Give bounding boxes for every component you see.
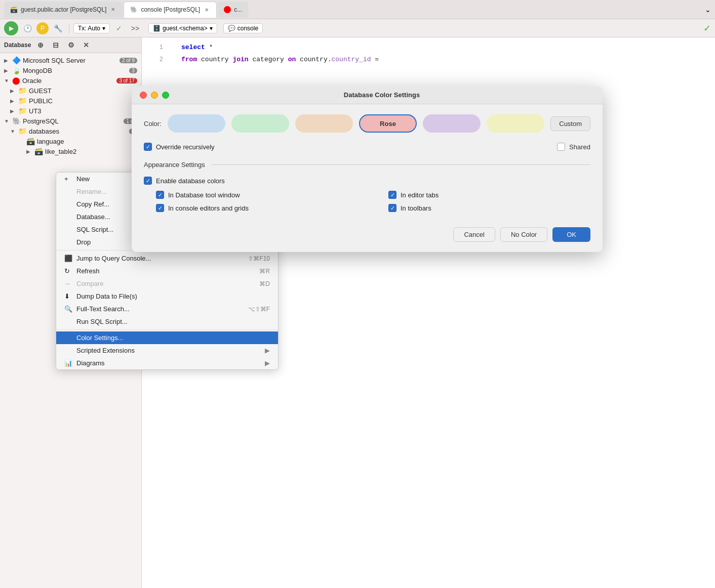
tab-actor[interactable]: 🗃️ guest.public.actor [PostgreSQL] ✕ bbox=[4, 2, 123, 18]
db-tool-label[interactable]: ✓ In Database tool window bbox=[156, 191, 358, 199]
editor-tabs-label[interactable]: ✓ In editor tabs bbox=[388, 191, 590, 199]
run-button[interactable]: ▶ bbox=[4, 21, 18, 35]
oracle-badge: 3 of 17 bbox=[116, 78, 137, 83]
chevron-icon[interactable]: ⌄ bbox=[705, 6, 711, 14]
checkmark-button[interactable]: ✓ bbox=[112, 21, 126, 35]
color-swatch-orange[interactable] bbox=[295, 114, 353, 133]
tab-console[interactable]: 🐘 console [PostgreSQL] ✕ bbox=[124, 2, 217, 18]
menu-item-diagrams[interactable]: 📊 Diagrams ▶ bbox=[56, 357, 278, 369]
console-editors-label[interactable]: ✓ In console editors and grids bbox=[156, 204, 358, 212]
schema-icon: 🗄️ bbox=[153, 25, 161, 32]
refresh-shortcut: ⌘R bbox=[259, 268, 270, 275]
custom-button[interactable]: Custom bbox=[550, 116, 590, 131]
schema-selector[interactable]: 🗄️ guest.<schema> ▾ bbox=[148, 23, 217, 33]
sidebar-add-btn[interactable]: ⊕ bbox=[35, 39, 46, 51]
enable-colors-text: Enable database colors bbox=[156, 177, 225, 185]
diagrams-icon: 📊 bbox=[64, 359, 72, 367]
databases-label: databases bbox=[29, 128, 127, 135]
dialog-body: Color: Rose Custom ✓ Override recursivel… bbox=[132, 104, 603, 252]
sidebar-item-databases[interactable]: ▼ 📁 databases 1 bbox=[0, 126, 141, 136]
sidebar-item-public[interactable]: ▶ 📁 PUBLIC bbox=[0, 96, 141, 106]
mongodb-arrow: ▶ bbox=[4, 68, 10, 73]
tab-end: ⌄ bbox=[705, 6, 711, 14]
shared-row: Shared bbox=[557, 143, 590, 151]
enable-colors-label[interactable]: ✓ Enable database colors bbox=[144, 177, 590, 185]
menu-jump-query-label: Jump to Query Console... bbox=[76, 255, 244, 262]
console-editors-checkbox[interactable]: ✓ bbox=[156, 204, 164, 212]
history-button[interactable]: 🕐 bbox=[20, 21, 34, 35]
sidebar-item-oracle[interactable]: ▼ ⬤ Oracle 3 of 17 bbox=[0, 75, 141, 86]
main-toolbar: ▶ 🕐 P 🔧 Tx: Auto ▾ ✓ >> 🗄️ guest.<schema… bbox=[0, 19, 715, 37]
more-button[interactable]: >> bbox=[128, 21, 142, 35]
diagrams-arrow: ▶ bbox=[265, 359, 270, 367]
guest-arrow: ▶ bbox=[10, 88, 16, 94]
shared-checkbox[interactable] bbox=[557, 143, 565, 151]
sidebar-title: Database bbox=[4, 41, 31, 49]
color-swatch-purple[interactable] bbox=[423, 114, 481, 133]
sidebar-gear-btn[interactable]: ⚙ bbox=[65, 39, 76, 51]
menu-sep-2 bbox=[56, 329, 278, 330]
line-num-2: 2 bbox=[148, 54, 163, 65]
sidebar-split-btn[interactable]: ⊟ bbox=[50, 39, 61, 51]
dialog-minimize-button[interactable] bbox=[151, 92, 158, 99]
dialog-maximize-button[interactable] bbox=[162, 92, 169, 99]
no-color-button[interactable]: No Color bbox=[500, 227, 547, 242]
console-editors-text: In console editors and grids bbox=[168, 204, 249, 212]
sidebar-close-btn[interactable]: ✕ bbox=[81, 39, 92, 51]
color-swatch-green[interactable] bbox=[231, 114, 289, 133]
menu-compare-label: Compare bbox=[76, 280, 255, 287]
code-line-2: 2 from country join category on country.… bbox=[142, 54, 715, 66]
color-swatch-rose[interactable]: Rose bbox=[359, 114, 417, 133]
public-arrow: ▶ bbox=[10, 98, 16, 104]
sidebar-item-ut3[interactable]: ▶ 📁 UT3 bbox=[0, 106, 141, 116]
compare-icon: ↔ bbox=[64, 280, 72, 287]
menu-runsql-label: Run SQL Script... bbox=[76, 318, 270, 325]
tab-console-close[interactable]: ✕ bbox=[203, 6, 210, 13]
menu-item-refresh[interactable]: ↻ Refresh ⌘R bbox=[56, 265, 278, 277]
tx-selector[interactable]: Tx: Auto ▾ bbox=[73, 23, 110, 33]
tab-actor-close[interactable]: ✕ bbox=[109, 6, 116, 13]
menu-item-jump-query[interactable]: ⬛ Jump to Query Console... ⇧⌘F10 bbox=[56, 252, 278, 265]
menu-diagrams-label: Diagrams bbox=[76, 359, 261, 367]
menu-item-scripted[interactable]: Scripted Extensions ▶ bbox=[56, 344, 278, 357]
tab-other[interactable]: c... bbox=[218, 2, 248, 18]
dialog-close-button[interactable] bbox=[140, 92, 147, 99]
compare-shortcut: ⌘D bbox=[259, 280, 270, 287]
color-settings-dialog: Database Color Settings Color: Rose Cust… bbox=[132, 86, 603, 252]
profile-button[interactable]: P bbox=[36, 22, 49, 34]
menu-fulltext-label: Full-Text Search... bbox=[76, 305, 244, 313]
color-swatch-blue[interactable] bbox=[168, 114, 225, 133]
toolbars-label[interactable]: ✓ In toolbars bbox=[388, 204, 590, 212]
cancel-button[interactable]: Cancel bbox=[453, 227, 495, 242]
enable-colors-checkbox[interactable]: ✓ bbox=[144, 177, 152, 185]
sidebar-item-language[interactable]: 🗃️ language bbox=[0, 136, 141, 146]
dialog-titlebar: Database Color Settings bbox=[132, 86, 603, 104]
sidebar-item-mongodb[interactable]: ▶ 🍃 MongoDB 3 bbox=[0, 65, 141, 75]
menu-item-color-settings[interactable]: Color Settings... bbox=[56, 331, 278, 344]
databases-icon: 📁 bbox=[18, 127, 27, 135]
menu-item-compare[interactable]: ↔ Compare ⌘D bbox=[56, 277, 278, 290]
color-swatch-yellow[interactable] bbox=[487, 114, 544, 133]
dump-icon: ⬇ bbox=[64, 292, 72, 300]
schema-chevron-icon: ▾ bbox=[210, 25, 213, 32]
sidebar-item-like-table2[interactable]: ▶ 🗃️ like_table2 bbox=[0, 146, 141, 156]
tab-console-label: console [PostgreSQL] bbox=[141, 6, 200, 13]
sidebar-item-mssql[interactable]: ▶ 🔷 Microsoft SQL Server 2 of 9 bbox=[0, 55, 141, 65]
menu-item-runsql[interactable]: Run SQL Script... bbox=[56, 315, 278, 328]
override-checkbox[interactable]: ✓ bbox=[144, 143, 152, 151]
sidebar-item-postgresql[interactable]: ▼ 🐘 PostgreSQL 1 of bbox=[0, 116, 141, 126]
mongodb-label: MongoDB bbox=[23, 67, 127, 74]
toolbars-checkbox[interactable]: ✓ bbox=[388, 204, 396, 212]
menu-item-fulltext[interactable]: 🔍 Full-Text Search... ⌥⇧⌘F bbox=[56, 303, 278, 315]
sidebar-item-guest[interactable]: ▶ 📁 GUEST bbox=[0, 86, 141, 96]
db-tool-checkbox[interactable]: ✓ bbox=[156, 191, 164, 199]
wrench-button[interactable]: 🔧 bbox=[51, 21, 65, 35]
editor-tabs-checkbox[interactable]: ✓ bbox=[388, 191, 396, 199]
menu-item-dump[interactable]: ⬇ Dump Data to File(s) bbox=[56, 290, 278, 303]
ok-button[interactable]: OK bbox=[552, 227, 590, 242]
color-label: Color: bbox=[144, 120, 162, 128]
like-table2-icon: 🗃️ bbox=[34, 147, 43, 155]
override-row: ✓ Override recursively Shared bbox=[144, 143, 590, 151]
console-selector[interactable]: 💬 console bbox=[223, 23, 263, 33]
override-checkbox-label[interactable]: ✓ Override recursively bbox=[144, 143, 215, 151]
